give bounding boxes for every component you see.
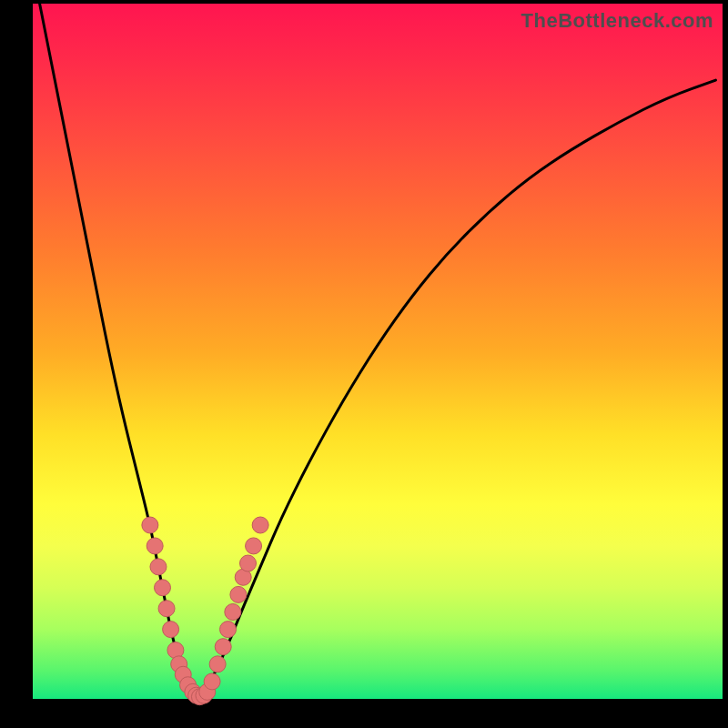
- highlight-markers: [142, 517, 268, 705]
- marker-point: [225, 604, 241, 621]
- marker-point: [204, 673, 220, 690]
- plot-area: TheBottleneck.com: [33, 4, 723, 699]
- marker-point: [209, 656, 226, 672]
- marker-point: [150, 559, 167, 575]
- chart-frame: TheBottleneck.com: [0, 0, 728, 728]
- marker-point: [158, 601, 175, 617]
- marker-point: [252, 517, 268, 533]
- marker-point: [155, 580, 171, 596]
- marker-point: [230, 586, 247, 602]
- marker-point: [142, 517, 158, 533]
- marker-point: [240, 555, 257, 571]
- marker-point: [246, 538, 262, 554]
- marker-point: [163, 622, 179, 638]
- marker-point: [220, 622, 237, 638]
- marker-point: [147, 538, 163, 554]
- marker-point: [215, 639, 231, 655]
- bottleneck-curve: [40, 4, 716, 697]
- chart-svg: [33, 4, 723, 699]
